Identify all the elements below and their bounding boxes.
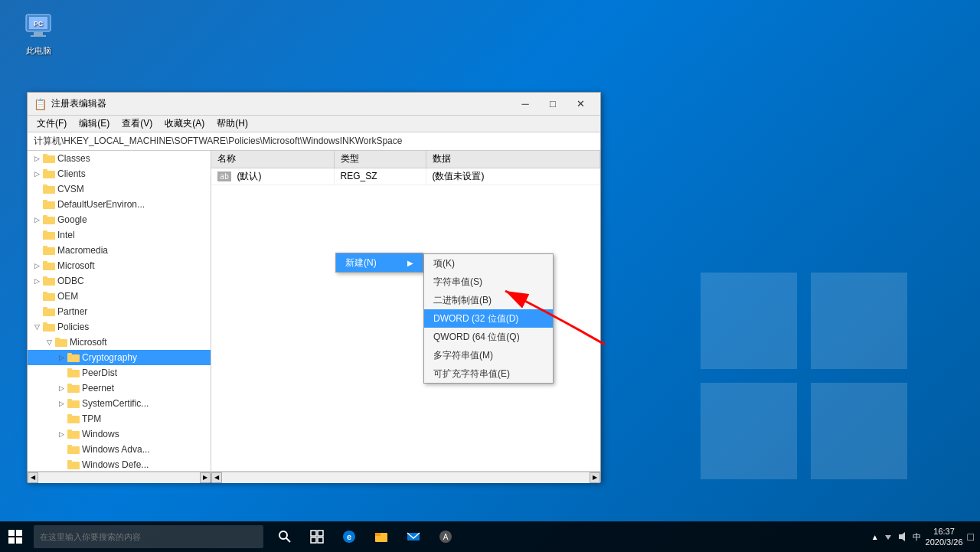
notification-icon[interactable]: □ [968,531,974,543]
minimize-button[interactable]: ─ [511,93,539,115]
regedit-icon: 📋 [34,98,47,110]
submenu-item-binary[interactable]: 二进制制值(B) [424,291,553,309]
tree-item-microsoft[interactable]: ▷ Microsoft [28,258,211,273]
taskbar-clock[interactable]: 16:37 2020/3/26 [926,526,963,548]
tray-arrow[interactable]: ▲ [871,533,879,541]
expand-icon[interactable]: ▷ [55,382,67,394]
svg-rect-31 [43,307,47,309]
tree-label: Clients [57,168,86,179]
expand-icon[interactable]: ▷ [55,397,67,410]
close-button[interactable]: ✕ [567,93,594,115]
tree-hscrollbar[interactable]: ◀ ▶ [28,472,211,482]
data-hscrollbar[interactable]: ◀ ▶ [211,472,600,482]
expand-icon[interactable]: ▷ [31,168,43,180]
ime-indicator[interactable]: 中 [913,531,921,543]
svg-rect-18 [43,217,55,224]
submenu-item-multistring[interactable]: 多字符串值(M) [424,346,553,364]
scroll-right-btn[interactable]: ▶ [200,472,211,483]
submenu-arrow: ▶ [407,259,413,267]
svg-rect-14 [43,186,55,194]
tree-item-peernet[interactable]: ▷ Peernet [28,381,211,396]
expand-icon[interactable]: ▷ [31,275,43,287]
expand-icon[interactable]: ▽ [31,321,43,333]
menu-file[interactable]: 文件(F) [31,116,73,132]
data-table: 名称 类型 数据 ab (默认) REG_SZ (数值未设置) [211,151,600,185]
taskbar-mail-icon[interactable] [398,521,429,552]
expand-icon[interactable]: ▽ [43,336,55,348]
taskbar-app-icon[interactable]: A [430,521,461,552]
desktop-icon-computer[interactable]: PC 此电脑 [11,11,65,57]
submenu-label: 字符串值(S) [433,276,482,289]
tree-item-odbc[interactable]: ▷ ODBC [28,273,211,289]
expand-icon[interactable]: ▷ [31,152,43,165]
taskbar-search-icon[interactable] [270,521,300,552]
tree-item-cryptography[interactable]: ▷ Cryptography [28,350,211,365]
taskbar-edge-icon[interactable]: e [334,521,364,552]
submenu-item-string[interactable]: 字符串值(S) [424,273,553,291]
expand-icon[interactable]: ▷ [55,351,67,364]
tree-label: Microsoft [70,337,107,348]
table-row[interactable]: ab (默认) REG_SZ (数值未设置) [211,168,600,185]
taskbar-search-input[interactable] [34,525,263,548]
tree-item-partner[interactable]: ▷ Partner [28,304,211,319]
menu-view[interactable]: 查看(V) [116,116,158,132]
tree-panel-inner[interactable]: ▷ Classes ▷ Clients ▷ CVSM [28,151,211,471]
tree-item-google[interactable]: ▷ Google [28,212,211,227]
tree-label: Google [57,214,87,225]
submenu-item-qword[interactable]: QWORD (64 位值(Q) [424,328,553,346]
svg-rect-51 [67,460,72,462]
menu-favorites[interactable]: 收藏夹(A) [158,116,211,132]
tree-item-defaultuser[interactable]: ▷ DefaultUserEnviron... [28,197,211,212]
svg-rect-61 [311,537,316,543]
taskbar-explorer-icon[interactable] [366,521,397,552]
tree-item-clients[interactable]: ▷ Clients [28,166,211,181]
scroll-left-btn[interactable]: ◀ [28,472,38,483]
expand-icon[interactable]: ▷ [31,214,43,226]
tree-item-policies[interactable]: ▽ Policies [28,319,211,335]
cell-data: (数值未设置) [426,168,600,185]
scroll-track2[interactable] [222,472,590,483]
submenu-label: 二进制制值(B) [433,294,492,307]
tree-item-windows-def[interactable]: ▷ Windows Defe... [28,457,211,471]
expand-icon[interactable]: ▷ [31,260,43,272]
taskbar-taskview-icon[interactable] [302,521,332,552]
tree-item-windows[interactable]: ▷ Windows [28,426,211,442]
new-menu-item[interactable]: 新建(N) ▶ [336,253,423,272]
menu-help[interactable]: 帮助(H) [211,116,254,132]
scroll-track[interactable] [38,472,200,483]
svg-rect-32 [43,324,55,332]
tree-item-classes[interactable]: ▷ Classes [28,151,211,166]
svg-rect-16 [43,201,55,209]
tree-item-intel[interactable]: ▷ Intel [28,227,211,243]
svg-rect-21 [43,230,47,233]
start-button[interactable] [0,521,31,552]
svg-rect-27 [43,276,47,279]
svg-rect-70 [899,534,902,539]
context-menu: 新建(N) ▶ 项(K) 字符串值(S) 二进制制值(B) DWORD (32 … [335,253,423,273]
tree-item-windows-adv[interactable]: ▷ Windows Adva... [28,442,211,457]
submenu-label: QWORD (64 位值(Q) [433,331,520,344]
menu-edit[interactable]: 编辑(E) [73,116,116,132]
tree-item-oem[interactable]: ▷ OEM [28,289,211,304]
submenu-item-dword[interactable]: DWORD (32 位值(D) [424,309,553,328]
submenu-item-key[interactable]: 项(K) [424,254,553,273]
tree-item-tpm[interactable]: ▷ TPM [28,411,211,426]
tree-item-policies-microsoft[interactable]: ▽ Microsoft [28,335,211,350]
scroll-left-btn2[interactable]: ◀ [211,472,222,483]
tree-label: Windows Adva... [82,444,150,455]
maximize-button[interactable]: □ [539,93,567,115]
tree-label: SystemCertific... [82,398,149,409]
svg-rect-38 [67,370,80,377]
tree-item-systemcert[interactable]: ▷ SystemCertific... [28,396,211,411]
window-controls: ─ □ ✕ [511,93,594,115]
scroll-right-btn2[interactable]: ▶ [590,472,600,483]
tree-item-cvsm[interactable]: ▷ CVSM [28,181,211,197]
col-name: 名称 [211,151,334,168]
tree-item-macromedia[interactable]: ▷ Macromedia [28,243,211,258]
tree-item-peerdist[interactable]: ▷ PeerDist [28,365,211,381]
expand-icon[interactable]: ▷ [55,428,67,440]
svg-rect-3 [811,383,907,479]
submenu-item-expandstring[interactable]: 可扩充字符串值(E) [424,364,553,383]
svg-rect-37 [67,353,72,355]
svg-rect-60 [318,531,323,536]
